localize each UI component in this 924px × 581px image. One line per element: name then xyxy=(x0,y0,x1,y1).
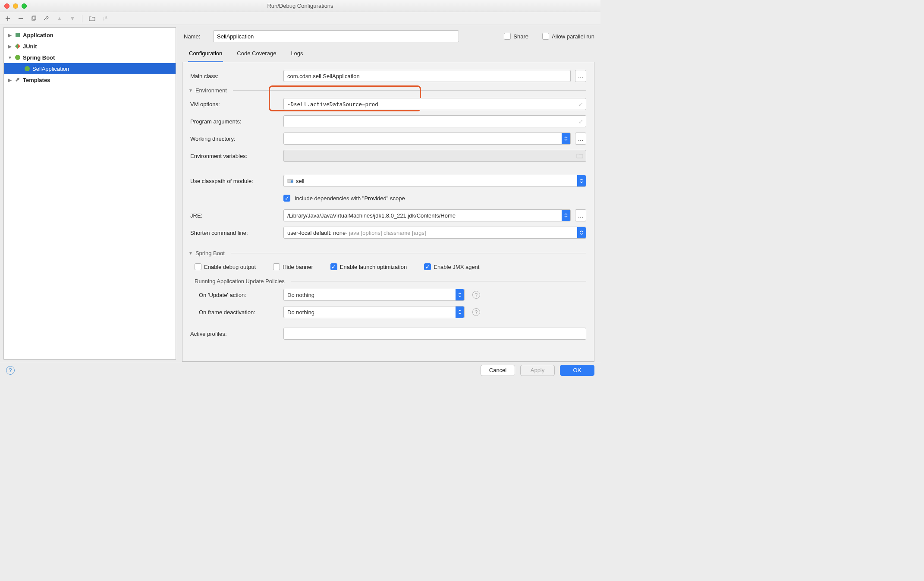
footer: ? Cancel Apply OK xyxy=(0,362,600,378)
svg-point-4 xyxy=(25,66,30,71)
active-profiles-input[interactable] xyxy=(283,328,586,340)
launch-opt-label: Enable launch optimization xyxy=(340,264,407,270)
chevron-down-icon[interactable] xyxy=(562,210,570,221)
name-input[interactable] xyxy=(213,30,459,42)
down-icon[interactable]: ▼ xyxy=(69,15,76,22)
folder-icon[interactable] xyxy=(576,152,583,160)
update-policies-header: Running Application Update Policies xyxy=(195,278,586,284)
springboot-section-header[interactable]: ▼ Spring Boot xyxy=(189,250,586,256)
browse-working-dir-button[interactable]: … xyxy=(575,133,586,145)
program-args-input[interactable]: ⤢ xyxy=(283,115,586,127)
active-profiles-label: Active profiles: xyxy=(190,331,279,337)
help-icon[interactable]: ? xyxy=(472,291,480,299)
wrench-icon xyxy=(14,76,21,83)
environment-section-header[interactable]: ▼ Environment xyxy=(189,87,586,94)
working-dir-input[interactable] xyxy=(283,133,571,145)
tree-label: Application xyxy=(23,32,53,38)
on-deact-label: On frame deactivation: xyxy=(199,309,279,316)
cancel-button[interactable]: Cancel xyxy=(481,365,515,376)
chevron-down-icon[interactable] xyxy=(562,133,570,144)
working-dir-label: Working directory: xyxy=(190,136,279,142)
svg-rect-6 xyxy=(291,180,293,183)
expand-icon: ▶ xyxy=(7,44,13,49)
tab-configuration[interactable]: Configuration xyxy=(188,47,223,62)
expand-icon: ▶ xyxy=(7,33,13,38)
add-icon[interactable] xyxy=(4,15,11,22)
junit-icon xyxy=(14,43,21,50)
up-icon[interactable]: ▲ xyxy=(56,15,63,22)
chevron-down-icon[interactable] xyxy=(577,175,586,186)
remove-icon[interactable] xyxy=(17,15,24,22)
jmx-label: Enable JMX agent xyxy=(434,264,479,270)
springboot-icon xyxy=(14,54,21,61)
include-provided-label: Include dependencies with "Provided" sco… xyxy=(295,195,405,202)
window-title: Run/Debug Configurations xyxy=(0,3,600,9)
tree-item-templates[interactable]: ▶ Templates xyxy=(4,74,176,85)
tab-code-coverage[interactable]: Code Coverage xyxy=(236,47,277,62)
collapse-icon: ▼ xyxy=(189,88,193,93)
main-class-input[interactable]: com.cdsn.sell.SellApplication xyxy=(283,70,571,82)
chevron-down-icon[interactable] xyxy=(456,289,464,300)
tree-item-springboot[interactable]: ▼ Spring Boot xyxy=(4,52,176,63)
hide-banner-checkbox[interactable] xyxy=(273,263,280,270)
parallel-checkbox[interactable] xyxy=(542,33,549,40)
collapse-icon: ▼ xyxy=(189,251,193,256)
toolbar: ▲ ▼ ↓ª xyxy=(0,12,600,25)
application-icon xyxy=(14,32,21,38)
name-label: Name: xyxy=(184,33,207,40)
browse-jre-button[interactable]: … xyxy=(575,209,586,221)
classpath-label: Use classpath of module: xyxy=(190,178,279,184)
titlebar: Run/Debug Configurations xyxy=(0,0,600,12)
program-args-label: Program arguments: xyxy=(190,118,279,125)
hide-banner-label: Hide banner xyxy=(283,264,313,270)
parallel-label: Allow parallel run xyxy=(552,33,594,40)
svg-rect-2 xyxy=(16,33,20,37)
on-update-label: On 'Update' action: xyxy=(199,292,279,298)
chevron-down-icon[interactable] xyxy=(577,227,586,238)
launch-opt-checkbox[interactable]: ✓ xyxy=(330,263,337,270)
enable-debug-checkbox[interactable] xyxy=(195,263,201,270)
classpath-select[interactable]: sell xyxy=(283,175,586,187)
config-panel: Main class: com.cdsn.sell.SellApplicatio… xyxy=(182,62,594,362)
jmx-checkbox[interactable]: ✓ xyxy=(424,263,431,270)
svg-rect-1 xyxy=(33,16,36,19)
shorten-select[interactable]: user-local default: none - java [options… xyxy=(283,227,586,239)
tree-label: Spring Boot xyxy=(23,54,55,61)
shorten-label: Shorten command line: xyxy=(190,230,279,236)
tree-label: JUnit xyxy=(23,43,37,50)
folder-icon[interactable] xyxy=(88,15,95,22)
sort-icon[interactable]: ↓ª xyxy=(101,15,108,22)
env-vars-label: Environment variables: xyxy=(190,153,279,159)
copy-icon[interactable] xyxy=(30,15,37,22)
chevron-down-icon[interactable] xyxy=(456,306,464,318)
ok-button[interactable]: OK xyxy=(560,365,594,376)
help-button[interactable]: ? xyxy=(6,366,15,375)
expand-icon[interactable]: ⤢ xyxy=(578,118,583,125)
wrench-icon[interactable] xyxy=(43,15,50,22)
share-checkbox[interactable] xyxy=(504,33,511,40)
expand-icon: ▶ xyxy=(7,78,13,82)
expand-icon[interactable]: ⤢ xyxy=(578,101,583,107)
vm-options-input[interactable]: -Dsell.activeDataSource=prod ⤢ xyxy=(283,98,586,110)
help-icon[interactable]: ? xyxy=(472,308,480,316)
tree-item-sellapplication[interactable]: SellApplication xyxy=(4,63,176,74)
tab-logs[interactable]: Logs xyxy=(290,47,304,62)
browse-main-class-button[interactable]: … xyxy=(575,70,586,82)
apply-button[interactable]: Apply xyxy=(520,365,555,376)
config-tree: ▶ Application ▶ JUnit ▼ Spring Boot Sell… xyxy=(3,27,176,360)
main-class-label: Main class: xyxy=(190,73,279,79)
env-vars-input[interactable] xyxy=(283,150,586,162)
tabs: Configuration Code Coverage Logs xyxy=(182,47,594,62)
enable-debug-label: Enable debug output xyxy=(204,264,256,270)
on-deact-select[interactable]: Do nothing xyxy=(283,306,465,318)
tree-label: Templates xyxy=(23,77,50,83)
jre-label: JRE: xyxy=(190,212,279,219)
include-provided-checkbox[interactable]: ✓ xyxy=(283,195,290,202)
module-icon xyxy=(287,178,293,184)
tree-item-junit[interactable]: ▶ JUnit xyxy=(4,41,176,52)
springboot-icon xyxy=(24,65,31,72)
on-update-select[interactable]: Do nothing xyxy=(283,289,465,301)
tree-item-application[interactable]: ▶ Application xyxy=(4,29,176,41)
tree-label: SellApplication xyxy=(32,66,69,72)
jre-select[interactable]: /Library/Java/JavaVirtualMachines/jdk1.8… xyxy=(283,209,571,221)
